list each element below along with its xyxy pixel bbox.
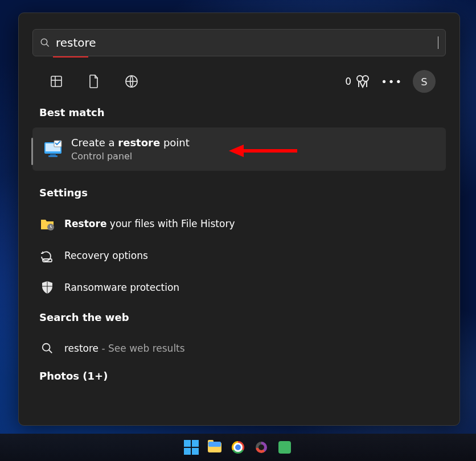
settings-result-ransomware[interactable]: Ransomware protection [32, 271, 446, 303]
search-icon [40, 38, 50, 48]
shield-icon [39, 279, 55, 295]
svg-point-6 [357, 76, 363, 81]
svg-point-7 [363, 76, 368, 81]
search-filter-toolbar: 0 ••• S [32, 56, 446, 105]
search-box[interactable] [32, 29, 446, 56]
rewards-indicator[interactable]: 0 [345, 75, 371, 88]
rewards-icon [355, 75, 371, 88]
svg-rect-11 [50, 154, 56, 155]
avatar-letter: S [421, 76, 427, 88]
svg-marker-14 [229, 145, 244, 157]
text-caret [438, 36, 438, 49]
section-best-match: Best match [39, 106, 446, 118]
filter-apps-icon[interactable] [43, 68, 70, 95]
folder-clock-icon [39, 216, 55, 232]
best-match-result[interactable]: Create a restore point Control panel [32, 127, 446, 171]
recovery-icon [39, 248, 55, 264]
svg-point-0 [41, 39, 47, 45]
taskbar-app-green[interactable] [277, 439, 293, 455]
windows-logo-icon [184, 440, 199, 455]
section-search-web: Search the web [39, 311, 446, 323]
svg-point-17 [43, 344, 50, 351]
file-explorer-icon [208, 442, 221, 452]
web-result[interactable]: restore - See web results [32, 332, 446, 364]
start-search-panel: 0 ••• S Best match Create a restore poin… [18, 13, 460, 426]
filter-documents-icon[interactable] [80, 68, 108, 95]
svg-line-18 [49, 350, 52, 353]
green-app-icon [278, 441, 291, 454]
svg-line-1 [46, 44, 49, 47]
search-icon [39, 340, 55, 356]
best-match-text: Create a restore point Control panel [71, 137, 190, 162]
annotation-arrow [229, 142, 297, 159]
taskbar-app-ring[interactable] [253, 439, 269, 455]
chrome-icon [232, 441, 244, 454]
settings-result-recovery[interactable]: Recovery options [32, 240, 446, 271]
svg-rect-12 [48, 155, 58, 157]
taskbar [0, 434, 476, 461]
rewards-count: 0 [345, 76, 351, 87]
ring-app-icon [256, 442, 267, 453]
spellcheck-underline [53, 56, 88, 57]
section-settings: Settings [39, 187, 446, 199]
user-avatar[interactable]: S [413, 70, 436, 93]
section-photos: Photos (1+) [39, 370, 446, 382]
more-options-button[interactable]: ••• [381, 76, 403, 88]
svg-rect-2 [51, 76, 61, 87]
start-button[interactable] [183, 439, 199, 455]
filter-web-icon[interactable] [118, 68, 145, 95]
settings-result-file-history[interactable]: Restore your files with File History [32, 208, 446, 240]
taskbar-chrome[interactable] [230, 439, 246, 455]
search-input[interactable] [56, 36, 440, 50]
taskbar-file-explorer[interactable] [207, 439, 223, 455]
system-properties-icon [43, 139, 63, 159]
